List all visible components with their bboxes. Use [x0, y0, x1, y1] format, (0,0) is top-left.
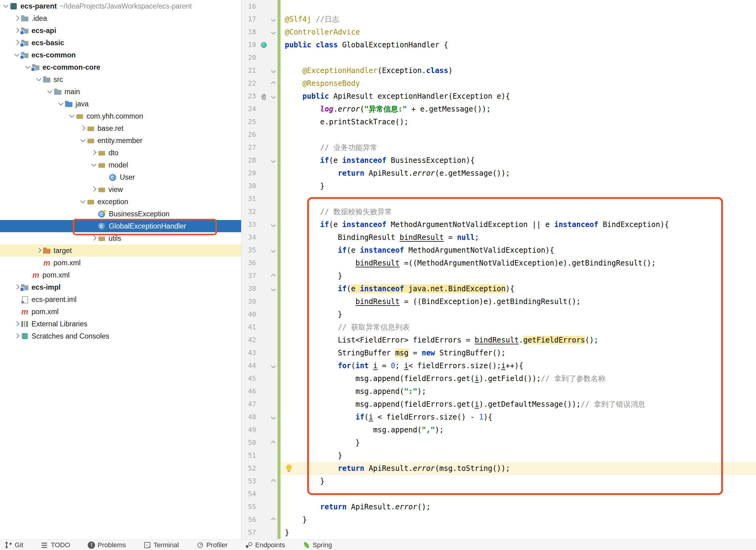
tree-item-java[interactable]: java: [0, 98, 241, 110]
editor-line-48[interactable]: 48 if(i < fieldErrors.size() - 1){: [241, 411, 756, 423]
editor-line-23[interactable]: 23@ public ApiResult exceptionHandler(Ex…: [241, 90, 756, 103]
chevron-collapsed-icon[interactable]: [14, 16, 20, 21]
editor-line-20[interactable]: 20: [241, 51, 756, 64]
editor-line-45[interactable]: 45 msg.append(fieldErrors.get(i).getFiel…: [241, 372, 756, 385]
tree-item--idea[interactable]: .idea: [0, 12, 241, 24]
editor-line-29[interactable]: 29 return ApiResult.error(e.getMessage()…: [241, 167, 756, 180]
chevron-expanded-icon[interactable]: [47, 88, 53, 93]
tree-item-external-libraries[interactable]: External Libraries: [0, 318, 241, 330]
editor-line-16[interactable]: 16: [241, 0, 756, 13]
editor-line-21[interactable]: 21 @ExceptionHandler(Exception.class): [241, 64, 756, 77]
editor-line-49[interactable]: 49 msg.append(",");: [241, 423, 756, 436]
tree-item-businessexception[interactable]: CBusinessException: [0, 208, 241, 220]
editor-line-36[interactable]: 36 bindResult =((MethodArgumentNotValidE…: [241, 257, 756, 269]
tree-item-scratches-and-consoles[interactable]: Scratches and Consoles: [0, 330, 241, 342]
editor-line-41[interactable]: 41 // 获取异常信息列表: [241, 321, 756, 334]
chevron-expanded-icon[interactable]: [69, 113, 75, 118]
editor-line-47[interactable]: 47 msg.append(fieldErrors.get(i).getDefa…: [241, 398, 756, 411]
editor-line-35[interactable]: 35 if(e instanceof MethodArgumentNotVali…: [241, 244, 756, 257]
chevron-expanded-icon[interactable]: [36, 76, 42, 81]
intention-bulb-icon[interactable]: [286, 464, 292, 470]
tree-item-main[interactable]: main: [0, 86, 241, 98]
editor-line-52[interactable]: 52 return ApiResult.error(msg.toString()…: [241, 462, 756, 475]
chevron-collapsed-icon[interactable]: [80, 126, 86, 131]
editor-line-19[interactable]: 19public class GlobalExceptionHandler {: [241, 39, 756, 51]
editor-line-25[interactable]: 25 e.printStackTrace();: [241, 115, 756, 128]
statusbar-git[interactable]: Git: [5, 541, 23, 549]
editor-line-32[interactable]: 32 // 数据校验失败异常: [241, 205, 756, 218]
tree-item-view[interactable]: view: [0, 183, 241, 196]
fold-down-icon[interactable]: [271, 363, 276, 368]
chevron-collapsed-icon[interactable]: [14, 284, 20, 290]
editor-line-34[interactable]: 34 BindingResult bindResult = null;: [241, 231, 756, 244]
tree-item-globalexceptionhandler[interactable]: CGlobalExceptionHandler: [0, 220, 241, 232]
editor-line-40[interactable]: 40 }: [241, 308, 756, 321]
fold-up-icon[interactable]: [271, 440, 276, 445]
tree-item-pom-xml[interactable]: mpom.xml: [0, 257, 241, 269]
fold-down-icon[interactable]: [271, 248, 276, 253]
chevron-expanded-icon[interactable]: [91, 162, 97, 167]
editor-line-55[interactable]: 55 return ApiResult.error();: [241, 501, 756, 513]
editor-line-42[interactable]: 42 List<FieldError> fieldErrors = bindRe…: [241, 334, 756, 347]
tree-item-user[interactable]: CUser: [0, 171, 241, 183]
fold-down-icon[interactable]: [271, 68, 276, 73]
tree-item-ecs-parent-iml[interactable]: ecs-parent.iml: [0, 293, 241, 306]
fold-down-icon[interactable]: [271, 286, 276, 291]
fold-up-icon[interactable]: [271, 517, 276, 522]
editor-line-26[interactable]: 26: [241, 128, 756, 141]
statusbar-terminal[interactable]: Terminal: [144, 541, 179, 549]
fold-down-icon[interactable]: [271, 17, 276, 22]
chevron-collapsed-icon[interactable]: [91, 187, 97, 192]
tree-item-pom-xml[interactable]: mpom.xml: [0, 306, 241, 318]
chevron-expanded-icon[interactable]: [58, 101, 64, 106]
editor-line-46[interactable]: 46 msg.append(":");: [241, 385, 756, 398]
tree-item-target[interactable]: target: [0, 244, 241, 257]
editor-line-24[interactable]: 24 log.error("异常信息:" + e.getMessage());: [241, 103, 756, 115]
editor-line-27[interactable]: 27 // 业务功能异常: [241, 141, 756, 154]
tree-item-ecs-api[interactable]: ecs-api: [0, 24, 241, 37]
statusbar-spring[interactable]: Spring: [303, 541, 332, 549]
chevron-expanded-icon[interactable]: [14, 52, 20, 57]
fold-up-icon[interactable]: [271, 273, 276, 278]
chevron-collapsed-icon[interactable]: [91, 150, 97, 155]
editor-line-17[interactable]: 17@Slf4j //日志: [241, 13, 756, 26]
editor-line-54[interactable]: 54: [241, 488, 756, 501]
editor-line-56[interactable]: 56 }: [241, 513, 756, 526]
editor-line-33[interactable]: 33 if(e instanceof MethodArgumentNotVali…: [241, 218, 756, 231]
editor-line-38[interactable]: 38 if(e instanceof java.net.BindExceptio…: [241, 282, 756, 295]
chevron-expanded-icon[interactable]: [25, 64, 31, 69]
editor-line-57[interactable]: 57}: [241, 526, 756, 539]
editor-line-43[interactable]: 43 StringBuffer msg = new StringBuffer()…: [241, 347, 756, 359]
tree-item-entity-member[interactable]: entity.member: [0, 134, 241, 147]
tree-item-src[interactable]: src: [0, 73, 241, 86]
fold-down-icon[interactable]: [271, 94, 276, 99]
editor-line-50[interactable]: 50 }: [241, 436, 756, 449]
editor-line-22[interactable]: 22 @ResponseBody: [241, 77, 756, 90]
chevron-expanded-icon[interactable]: [80, 198, 86, 203]
chevron-collapsed-icon[interactable]: [14, 28, 20, 33]
editor-line-28[interactable]: 28 if(e instanceof BusinessException){: [241, 154, 756, 167]
chevron-collapsed-icon[interactable]: [14, 333, 20, 339]
class-run-marker-icon[interactable]: [261, 42, 267, 48]
tree-item-base-ret[interactable]: base.ret: [0, 122, 241, 134]
chevron-collapsed-icon[interactable]: [14, 40, 20, 45]
fold-down-icon[interactable]: [271, 30, 276, 35]
fold-down-icon[interactable]: [271, 158, 276, 163]
tree-item-utils[interactable]: utils: [0, 232, 241, 244]
chevron-collapsed-icon[interactable]: [91, 236, 97, 241]
editor-line-51[interactable]: 51 }: [241, 449, 756, 462]
editor-line-44[interactable]: 44 for(int i = 0; i< fieldErrors.size();…: [241, 359, 756, 372]
chevron-expanded-icon[interactable]: [80, 137, 86, 142]
tree-item-exception[interactable]: exception: [0, 196, 241, 208]
fold-down-icon[interactable]: [271, 222, 276, 227]
editor-line-37[interactable]: 37 }: [241, 269, 756, 282]
editor-line-30[interactable]: 30 }: [241, 180, 756, 193]
statusbar-profiler[interactable]: Profiler: [196, 541, 228, 549]
tree-item-ecs-impl[interactable]: ecs-impl: [0, 281, 241, 293]
statusbar-endpoints[interactable]: Endpoints: [245, 541, 285, 549]
fold-down-icon[interactable]: [271, 415, 276, 420]
editor-line-31[interactable]: 31: [241, 193, 756, 205]
tree-item-ecs-common[interactable]: ecs-common: [0, 49, 241, 61]
statusbar-todo[interactable]: TODO: [41, 541, 70, 549]
tree-item-com-yhh-common[interactable]: com.yhh.common: [0, 110, 241, 122]
